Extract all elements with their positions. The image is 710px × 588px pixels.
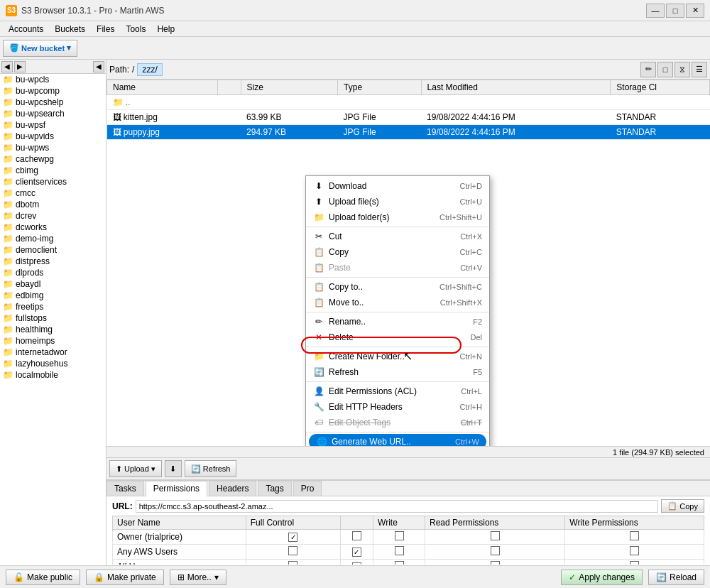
sidebar-item-demo-img[interactable]: 📁demo-img (0, 233, 106, 244)
perm-write-checkbox[interactable] (395, 561, 404, 565)
perm-full-control-checkbox[interactable] (288, 561, 297, 565)
sidebar-item-cbimg[interactable]: 📁cbimg (0, 165, 106, 176)
perm-col3-cell[interactable] (340, 545, 373, 560)
minimize-button[interactable]: — (646, 4, 665, 18)
perm-full-control-cell[interactable] (246, 530, 340, 545)
perm-col3-cell[interactable] (340, 530, 373, 545)
perm-write-checkbox[interactable] (395, 546, 404, 555)
sidebar-item-dlprods[interactable]: 📁dlprods (0, 267, 106, 278)
url-input[interactable] (136, 500, 659, 513)
reload-button[interactable]: 🔄 Reload (648, 570, 704, 585)
perm-read-perm-cell[interactable] (425, 530, 564, 545)
sidebar-item-freetips[interactable]: 📁freetips (0, 301, 106, 312)
make-private-button[interactable]: 🔒 Make private (86, 570, 164, 585)
menu-help[interactable]: Help (151, 23, 180, 36)
sidebar-item-bu-wpcshelp[interactable]: 📁bu-wpcshelp (0, 97, 106, 108)
ctx-edit-tags[interactable]: 🏷Edit Object Tags Ctrl+T (306, 415, 489, 430)
sidebar-item-bu-wpsearch[interactable]: 📁bu-wpsearch (0, 108, 106, 119)
col-size[interactable]: Size (241, 80, 338, 95)
perm-write-cell[interactable] (373, 545, 425, 560)
perm-write-perm-cell[interactable] (565, 560, 704, 565)
ctx-refresh[interactable]: 🔄Refresh F5 (306, 364, 489, 380)
ctx-copy-to[interactable]: 📋Copy to.. Ctrl+Shift+C (306, 279, 489, 295)
sidebar-item-clientservices[interactable]: 📁clientservices (0, 176, 106, 187)
edit-path-button[interactable]: ✏ (640, 62, 656, 77)
ctx-rename[interactable]: ✏Rename.. F2 (306, 314, 489, 330)
table-row[interactable]: 🖼 puppy.jpg 294.97 KB JPG File 19/08/202… (107, 125, 710, 140)
copy-path-button[interactable]: □ (657, 62, 673, 77)
sidebar-item-dcrev[interactable]: 📁dcrev (0, 210, 106, 222)
ctx-delete[interactable]: ✕Delete Del (306, 330, 489, 345)
tab-tags[interactable]: Tags (258, 481, 291, 496)
sidebar-item-cmcc[interactable]: 📁cmcc (0, 187, 106, 199)
ctx-move-to[interactable]: 📋Move to.. Ctrl+Shift+X (306, 295, 489, 310)
sidebar-item-internetadwor[interactable]: 📁internetadwor (0, 347, 106, 358)
perm-full-control-checkbox[interactable] (288, 546, 297, 555)
tab-pro[interactable]: Pro (293, 481, 322, 496)
close-button[interactable]: ✕ (686, 4, 704, 18)
menu-accounts[interactable]: Accounts (3, 23, 49, 36)
ctx-edit-permissions[interactable]: 👤Edit Permissions (ACL) Ctrl+L (306, 383, 489, 399)
perm-read-perm-cell[interactable] (425, 560, 564, 565)
sidebar-item-dcworks[interactable]: 📁dcworks (0, 222, 106, 233)
perm-col3-checkbox[interactable] (352, 531, 361, 540)
tab-headers[interactable]: Headers (209, 481, 256, 496)
perm-read-perm-cell[interactable] (425, 545, 564, 560)
ctx-download[interactable]: ⬇Download Ctrl+D (306, 178, 489, 194)
perm-write-cell[interactable] (373, 530, 425, 545)
ctx-cut[interactable]: ✂Cut Ctrl+X (306, 229, 489, 244)
copy-url-button[interactable]: 📋 Copy (661, 499, 704, 513)
perm-col3-checkbox[interactable] (352, 562, 361, 565)
sidebar-item-bu-wpcomp[interactable]: 📁bu-wpcomp (0, 85, 106, 97)
ctx-generate-url[interactable]: 🌐Generate Web URL.. Ctrl+W (309, 434, 486, 446)
perm-read-perm-checkbox[interactable] (491, 546, 500, 555)
sidebar-item-edbimg[interactable]: 📁edbimg (0, 290, 106, 301)
perm-write-perm-checkbox[interactable] (630, 561, 639, 565)
path-segment[interactable]: zzz/ (137, 63, 162, 76)
new-bucket-button[interactable]: 🪣 New bucket ▾ (3, 40, 77, 57)
download-button[interactable]: ⬇ (165, 460, 182, 477)
col-modified[interactable]: Last Modified (421, 80, 611, 95)
perm-write-cell[interactable] (373, 560, 425, 565)
ctx-copy[interactable]: 📋Copy Ctrl+C (306, 244, 489, 260)
ctx-upload-folder[interactable]: 📁Upload folder(s) Ctrl+Shift+U (306, 209, 489, 225)
sidebar-item-localmobile[interactable]: 📁localmobile (0, 369, 106, 381)
sidebar-item-dbotm[interactable]: 📁dbotm (0, 199, 106, 210)
col-storage[interactable]: Storage Cl (611, 80, 710, 95)
history-button[interactable]: ⧖ (674, 62, 690, 77)
sidebar-item-cachewpg[interactable]: 📁cachewpg (0, 153, 106, 165)
col-type[interactable]: Type (338, 80, 422, 95)
sidebar-item-bu-wpsf[interactable]: 📁bu-wpsf (0, 119, 106, 131)
make-public-button[interactable]: 🔓 Make public (6, 570, 80, 585)
col-name[interactable]: Name (107, 80, 218, 95)
perm-full-control-cell[interactable] (246, 545, 340, 560)
perm-col3-cell[interactable] (340, 560, 373, 565)
menu-buckets[interactable]: Buckets (49, 23, 91, 36)
perm-full-control-checkbox[interactable] (288, 533, 297, 542)
sidebar-collapse-button[interactable]: ◀ (93, 61, 104, 72)
sidebar-item-democlient[interactable]: 📁democlient (0, 244, 106, 256)
ctx-upload-files[interactable]: ⬆Upload file(s) Ctrl+U (306, 194, 489, 209)
menu-tools[interactable]: Tools (120, 23, 151, 36)
perm-write-perm-checkbox[interactable] (630, 546, 639, 555)
sidebar-item-bu-wpws[interactable]: 📁bu-wpws (0, 142, 106, 153)
tab-tasks[interactable]: Tasks (106, 481, 144, 496)
upload-button[interactable]: ⬆ Upload ▾ (109, 460, 162, 477)
sidebar-item-distpress[interactable]: 📁distpress (0, 256, 106, 267)
sidebar-item-lazyhousehus[interactable]: 📁lazyhousehus (0, 358, 106, 369)
sidebar-item-bu-wpvids[interactable]: 📁bu-wpvids (0, 131, 106, 142)
sidebar-item-healthimg[interactable]: 📁healthimg (0, 324, 106, 335)
sidebar-item-ebaydl[interactable]: 📁ebaydl (0, 278, 106, 290)
more-button[interactable]: ⊞ More.. ▾ (170, 570, 226, 585)
perm-write-perm-cell[interactable] (565, 530, 704, 545)
perm-col3-checkbox[interactable] (352, 548, 361, 557)
menu-files[interactable]: Files (91, 23, 120, 36)
perm-full-control-cell[interactable] (246, 560, 340, 565)
refresh-file-button[interactable]: 🔄 Refresh (185, 460, 237, 477)
perm-write-perm-checkbox[interactable] (630, 531, 639, 540)
table-row[interactable]: 📁 .. (107, 95, 710, 110)
apply-changes-button[interactable]: ✓ Apply changes (561, 570, 643, 585)
tab-permissions[interactable]: Permissions (146, 481, 207, 496)
table-row[interactable]: 🖼 kitten.jpg 63.99 KB JPG File 19/08/202… (107, 110, 710, 125)
sidebar-item-bu-wpcls[interactable]: 📁bu-wpcls (0, 74, 106, 85)
